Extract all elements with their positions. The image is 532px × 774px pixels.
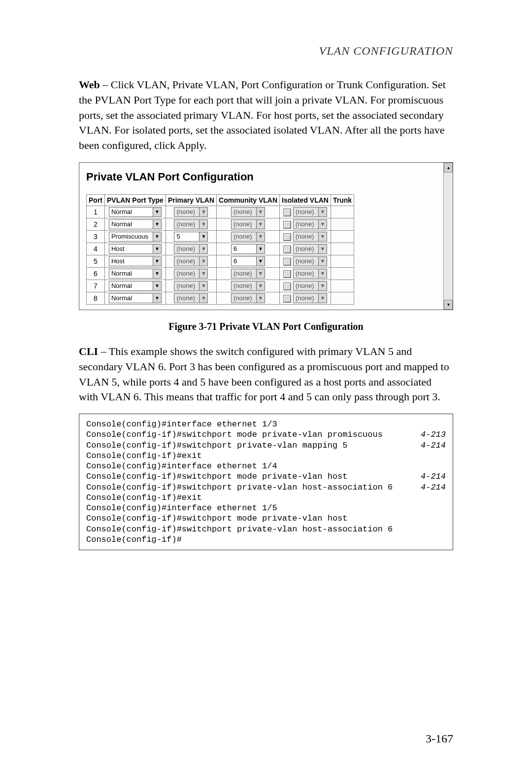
cell-type: Normal▼ xyxy=(105,280,166,292)
dropdown-value: (none) xyxy=(232,294,256,302)
web-body: – Click VLAN, Private VLAN, Port Configu… xyxy=(79,78,446,151)
cell-isolated: (none)▼ xyxy=(280,243,331,255)
cell-port: 6 xyxy=(87,267,105,280)
dropdown[interactable]: Normal▼ xyxy=(109,207,162,217)
cli-line: Console(config-if)#exit xyxy=(86,493,446,503)
cli-line: Console(config)#interface ethernet 1/4 xyxy=(86,461,446,471)
chevron-down-icon: ▼ xyxy=(256,269,265,278)
dropdown[interactable]: Normal▼ xyxy=(109,269,162,279)
cli-line: Console(config)#interface ethernet 1/5 xyxy=(86,503,446,513)
col-community: Community VLAN xyxy=(217,194,280,206)
cell-isolated: (none)▼ xyxy=(280,255,331,267)
dropdown-value: (none) xyxy=(294,270,318,277)
chevron-down-icon[interactable]: ▼ xyxy=(153,281,161,290)
table-row: 3Promiscuous▼5▼(none)▼(none)▼ xyxy=(87,230,354,243)
dropdown[interactable]: Promiscuous▼ xyxy=(109,232,162,242)
figure-title: Private VLAN Port Configuration xyxy=(86,171,446,183)
isolated-checkbox[interactable] xyxy=(283,209,291,216)
cell-primary: (none)▼ xyxy=(166,218,216,230)
dropdown[interactable]: Host▼ xyxy=(109,256,162,266)
dropdown-value: (none) xyxy=(232,208,256,215)
dropdown: (none)▼ xyxy=(293,269,327,279)
dropdown-value: Host xyxy=(109,257,153,265)
cli-lead: CLI xyxy=(79,345,98,357)
chevron-down-icon: ▼ xyxy=(199,257,207,266)
chevron-down-icon: ▼ xyxy=(256,208,265,216)
dropdown[interactable]: Normal▼ xyxy=(109,219,162,229)
cli-command: Console(config-if)#exit xyxy=(86,451,202,461)
chevron-down-icon[interactable]: ▼ xyxy=(153,294,161,303)
dropdown-value: (none) xyxy=(174,208,199,215)
isolated-checkbox[interactable] xyxy=(283,295,291,303)
dropdown-value: (none) xyxy=(294,294,318,302)
cell-type: Host▼ xyxy=(105,243,166,255)
figure-scrollbar[interactable]: ▴ ▾ xyxy=(443,163,453,310)
chevron-down-icon[interactable]: ▼ xyxy=(153,220,161,229)
dropdown[interactable]: 6▼ xyxy=(231,244,265,254)
cli-command: Console(config-if)#exit xyxy=(86,493,202,503)
cell-community: (none)▼ xyxy=(217,280,280,292)
page-number: 3-167 xyxy=(426,732,453,745)
scroll-up-icon[interactable]: ▴ xyxy=(444,163,453,173)
table-row: 2Normal▼(none)▼(none)▼(none)▼ xyxy=(87,218,354,230)
isolated-checkbox[interactable] xyxy=(283,282,291,290)
cli-line: Console(config-if)#switchport mode priva… xyxy=(86,471,446,482)
dropdown[interactable]: 5▼ xyxy=(174,232,208,242)
cli-page-ref: 4-213 xyxy=(415,429,446,440)
chevron-down-icon: ▼ xyxy=(256,294,265,303)
chevron-down-icon[interactable]: ▼ xyxy=(153,245,161,253)
isolated-checkbox[interactable] xyxy=(283,246,291,253)
dropdown[interactable]: Normal▼ xyxy=(109,293,162,303)
cell-primary: (none)▼ xyxy=(166,280,216,292)
dropdown-value: (none) xyxy=(294,257,318,265)
dropdown-value: 6 xyxy=(232,257,256,265)
chevron-down-icon: ▼ xyxy=(256,220,265,229)
dropdown: (none)▼ xyxy=(293,207,327,217)
cell-port: 7 xyxy=(87,280,105,292)
cli-command: Console(config)#interface ethernet 1/3 xyxy=(86,419,277,429)
chevron-down-icon[interactable]: ▼ xyxy=(153,257,161,266)
cell-primary: (none)▼ xyxy=(166,206,216,218)
dropdown: (none)▼ xyxy=(293,256,327,266)
isolated-checkbox[interactable] xyxy=(283,258,291,266)
dropdown: (none)▼ xyxy=(231,293,265,303)
cell-community: (none)▼ xyxy=(217,206,280,218)
table-row: 1Normal▼(none)▼(none)▼(none)▼ xyxy=(87,206,354,218)
chevron-down-icon: ▼ xyxy=(318,245,327,253)
dropdown-value: (none) xyxy=(174,220,199,228)
dropdown-value: (none) xyxy=(232,233,256,240)
pvlan-table: Port PVLAN Port Type Primary VLAN Commun… xyxy=(86,194,354,305)
isolated-checkbox[interactable] xyxy=(283,270,291,278)
chevron-down-icon: ▼ xyxy=(318,294,327,303)
dropdown-value: (none) xyxy=(232,282,256,289)
chevron-down-icon: ▼ xyxy=(199,269,207,278)
dropdown-value: Promiscuous xyxy=(109,233,153,240)
dropdown-value: Normal xyxy=(109,282,153,289)
table-row: 8Normal▼(none)▼(none)▼(none)▼ xyxy=(87,292,354,304)
isolated-checkbox[interactable] xyxy=(283,233,291,241)
chevron-down-icon[interactable]: ▼ xyxy=(256,245,265,253)
chevron-down-icon[interactable]: ▼ xyxy=(153,208,161,216)
dropdown[interactable]: 6▼ xyxy=(231,256,265,266)
cli-line: Console(config-if)#switchport private-vl… xyxy=(86,482,446,493)
chevron-down-icon[interactable]: ▼ xyxy=(153,232,161,241)
dropdown-value: Host xyxy=(109,245,153,252)
scroll-down-icon[interactable]: ▾ xyxy=(444,300,453,310)
chevron-down-icon[interactable]: ▼ xyxy=(199,232,207,241)
chevron-down-icon[interactable]: ▼ xyxy=(256,257,265,266)
cli-command: Console(config-if)#switchport private-vl… xyxy=(86,482,393,493)
cell-primary: (none)▼ xyxy=(166,267,216,280)
dropdown[interactable]: Host▼ xyxy=(109,244,162,254)
cell-trunk xyxy=(331,280,354,292)
chevron-down-icon[interactable]: ▼ xyxy=(153,269,161,278)
cli-line: Console(config-if)# xyxy=(86,534,446,545)
chevron-down-icon: ▼ xyxy=(318,281,327,290)
isolated-checkbox[interactable] xyxy=(283,221,291,229)
dropdown: (none)▼ xyxy=(174,219,208,229)
dropdown[interactable]: Normal▼ xyxy=(109,281,162,291)
cell-trunk xyxy=(331,267,354,280)
dropdown-value: (none) xyxy=(232,270,256,277)
chevron-down-icon: ▼ xyxy=(199,208,207,216)
chevron-down-icon: ▼ xyxy=(199,294,207,303)
cell-isolated: (none)▼ xyxy=(280,218,331,230)
